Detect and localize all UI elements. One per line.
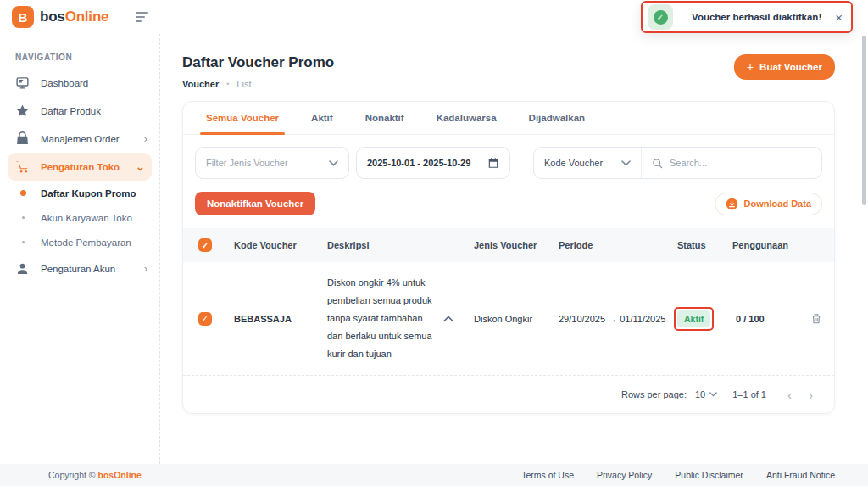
tab-kadaluwarsa[interactable]: Kadaluwarsa xyxy=(420,102,513,134)
footer-link-privacy[interactable]: Privacy Policy xyxy=(597,470,652,480)
date-range-picker[interactable]: 2025-10-01 - 2025-10-29 xyxy=(356,147,510,179)
sidebar-subitem-metode-pembayaran[interactable]: Metode Pembayaran xyxy=(0,230,159,254)
breadcrumb-voucher[interactable]: Voucher xyxy=(182,79,219,89)
brand-logo[interactable]: B bosOnline xyxy=(12,6,108,28)
filter-jenis-voucher-select[interactable]: Filter Jenis Voucher xyxy=(195,147,349,179)
breadcrumb-list: List xyxy=(236,79,251,89)
success-toast: ✓ Voucher berhasil diaktifkan! × xyxy=(641,1,853,33)
search-icon xyxy=(652,158,663,169)
kode-voucher-select[interactable]: Kode Voucher xyxy=(534,148,642,178)
bullet-dot-icon xyxy=(22,216,25,219)
toast-success-iconbox: ✓ xyxy=(648,4,673,30)
copyright-text: Copyright © bosOnline xyxy=(48,470,142,480)
cell-jenis-voucher: Diskon Ongkir xyxy=(463,314,548,324)
chevron-down-icon xyxy=(621,160,631,166)
chevron-down-icon xyxy=(329,160,338,166)
vertical-scrollbar[interactable] xyxy=(862,36,866,205)
footer-link-antifraud[interactable]: Anti Fraud Notice xyxy=(766,470,835,480)
footer: Copyright © bosOnline Terms of Use Priva… xyxy=(0,464,868,486)
user-icon xyxy=(15,261,30,276)
sidebar-item-pengaturan-toko[interactable]: Pengaturan Toko ⌄ xyxy=(8,153,152,181)
page-title: Daftar Voucher Promo xyxy=(182,54,334,71)
deactivate-voucher-button[interactable]: Nonaktifkan Voucher xyxy=(195,192,315,215)
row-checkbox[interactable]: ✓ xyxy=(198,312,212,326)
download-data-button[interactable]: Download Data xyxy=(715,193,822,215)
chevron-down-icon xyxy=(709,392,717,397)
create-voucher-button[interactable]: + Buat Voucher xyxy=(734,54,835,80)
rows-per-page-select[interactable]: 10 xyxy=(695,389,717,399)
footer-link-terms[interactable]: Terms of Use xyxy=(521,470,574,480)
tab-dijadwalkan[interactable]: Dijadwalkan xyxy=(513,102,601,134)
check-circle-icon: ✓ xyxy=(654,10,668,25)
calendar-icon xyxy=(487,157,499,169)
next-page-button[interactable]: › xyxy=(804,388,817,402)
column-header-penggunaan: Penggunaan xyxy=(721,240,798,250)
sidebar-subitem-daftar-kupon-promo[interactable]: Daftar Kupon Promo xyxy=(0,181,159,205)
copyright-brand: bosOnline xyxy=(98,470,142,480)
sidebar-item-pengaturan-akun[interactable]: Pengaturan Akun › xyxy=(0,254,159,282)
chevron-right-icon: › xyxy=(144,132,147,145)
chevron-right-icon: › xyxy=(144,262,147,275)
pagination-range: 1–1 of 1 xyxy=(732,389,766,399)
column-header-periode: Periode xyxy=(548,240,666,250)
search-group: Kode Voucher xyxy=(533,147,822,179)
cell-deskripsi: Diskon ongkir 4% untuk pembelian semua p… xyxy=(319,274,439,363)
shopping-bag-icon xyxy=(15,131,30,146)
sidebar: NAVIGATION Dashboard Daftar Produk Manaj… xyxy=(0,34,160,464)
column-header-kode-voucher: Kode Voucher xyxy=(223,240,319,250)
star-icon xyxy=(15,103,30,118)
chevron-down-icon: ⌄ xyxy=(136,160,145,173)
cell-periode: 29/10/2025 → 01/11/2025 xyxy=(548,314,666,324)
main-content: Daftar Voucher Promo Voucher • List + Bu… xyxy=(160,34,868,464)
tab-nonaktif[interactable]: Nonaktif xyxy=(349,102,420,134)
select-all-checkbox[interactable]: ✓ xyxy=(198,238,212,252)
tab-aktif[interactable]: Aktif xyxy=(295,102,349,134)
sidebar-item-manajemen-order[interactable]: Manajemen Order › xyxy=(0,125,159,153)
brand-logo-text: bosOnline xyxy=(40,8,108,25)
search-input[interactable] xyxy=(670,158,811,168)
toast-message: Voucher berhasil diaktifkan! xyxy=(692,12,821,22)
sidebar-subitem-akun-karyawan-toko[interactable]: Akun Karyawan Toko xyxy=(0,205,159,230)
active-dot-icon xyxy=(20,190,26,196)
sidebar-item-dashboard[interactable]: Dashboard xyxy=(0,69,159,97)
close-icon[interactable]: × xyxy=(835,11,843,24)
status-badge: Aktif xyxy=(677,310,710,327)
filter-row: Filter Jenis Voucher 2025-10-01 - 2025-1… xyxy=(183,135,834,179)
collapse-chevron-icon[interactable] xyxy=(433,316,463,322)
action-row: Nonaktifkan Voucher Download Data xyxy=(183,179,834,215)
column-header-status: Status xyxy=(666,240,721,250)
sidebar-toggle-icon[interactable] xyxy=(136,12,148,22)
voucher-tabs: Semua Voucher Aktif Nonaktif Kadaluwarsa… xyxy=(183,102,834,135)
breadcrumb: Voucher • List xyxy=(182,79,334,89)
trash-icon[interactable] xyxy=(798,312,834,325)
table-row: ✓ BEBASSAJA Diskon ongkir 4% untuk pembe… xyxy=(183,262,834,376)
annotation-highlight-box: Aktif xyxy=(674,307,714,331)
dashboard-icon xyxy=(15,75,30,90)
footer-link-disclaimer[interactable]: Public Disclaimer xyxy=(675,470,743,480)
column-header-jenis-voucher: Jenis Voucher xyxy=(463,240,548,250)
plus-icon: + xyxy=(747,61,754,73)
app-window: B bosOnline ✓ Voucher berhasil diaktifka… xyxy=(0,0,868,486)
cell-status: Aktif xyxy=(666,307,721,331)
cell-kode-voucher: BEBASSAJA xyxy=(223,314,319,324)
shopping-cart-icon xyxy=(15,159,30,174)
bullet-dot-icon xyxy=(22,241,25,243)
sidebar-item-daftar-produk[interactable]: Daftar Produk xyxy=(0,97,159,125)
previous-page-button[interactable]: ‹ xyxy=(783,388,796,402)
cell-penggunaan: 0 / 100 xyxy=(721,314,798,324)
column-header-deskripsi: Deskripsi xyxy=(319,240,463,250)
table-header: ✓ Kode Voucher Deskripsi Jenis Voucher P… xyxy=(183,228,834,262)
top-bar: B bosOnline ✓ Voucher berhasil diaktifka… xyxy=(0,0,868,34)
rows-per-page-label: Rows per page: xyxy=(621,389,687,399)
pagination: Rows per page: 10 1–1 of 1 ‹ › xyxy=(183,376,834,413)
tab-semua-voucher[interactable]: Semua Voucher xyxy=(190,102,295,134)
breadcrumb-separator-dot: • xyxy=(226,80,229,88)
brand-logo-icon: B xyxy=(12,6,34,28)
nav-section-label: NAVIGATION xyxy=(0,53,159,69)
voucher-list-card: Semua Voucher Aktif Nonaktif Kadaluwarsa… xyxy=(182,101,835,414)
download-icon xyxy=(726,198,738,210)
